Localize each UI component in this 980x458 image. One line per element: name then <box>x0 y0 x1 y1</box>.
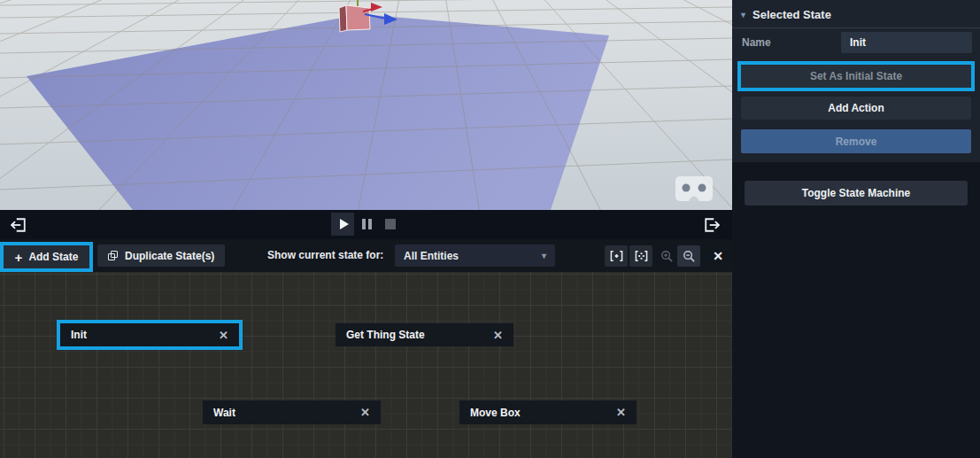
add-state-button[interactable]: + Add State <box>4 245 89 268</box>
selected-state-section-header[interactable]: ▾ Selected State <box>741 8 971 21</box>
name-label: Name <box>742 36 771 49</box>
state-node-label: Move Box <box>470 407 521 419</box>
close-state-machine-button[interactable]: ✕ <box>707 245 729 267</box>
inspector-sidebar: ▾ Selected State Name Set As Initial Sta… <box>732 0 980 458</box>
zoom-out-button[interactable] <box>677 245 700 267</box>
close-icon[interactable]: ✕ <box>493 329 503 342</box>
play-button[interactable] <box>331 213 354 236</box>
zoom-in-button[interactable] <box>656 245 677 267</box>
add-state-highlight: + Add State <box>0 242 93 272</box>
play-icon <box>340 219 349 229</box>
close-icon[interactable]: ✕ <box>616 406 626 419</box>
entities-dropdown[interactable]: All Entities ▾ <box>395 245 555 267</box>
stop-icon <box>385 219 396 229</box>
add-action-label: Add Action <box>828 102 884 114</box>
exit-left-icon[interactable] <box>11 217 27 233</box>
state-node-label: Wait <box>213 407 235 419</box>
set-initial-highlight: Set As Initial State <box>737 61 975 91</box>
copy-icon <box>108 251 118 260</box>
box-front-face <box>346 5 370 30</box>
state-node-label: Get Thing State <box>346 329 425 341</box>
app-window: + Add State Duplicate State(s) Show curr… <box>0 0 980 458</box>
playback-bar <box>0 210 732 239</box>
toggle-state-machine-label: Toggle State Machine <box>802 187 910 199</box>
close-icon[interactable]: ✕ <box>219 329 228 342</box>
add-state-label: Add State <box>28 251 78 263</box>
bracket-diamond-icon <box>610 250 623 262</box>
close-icon: ✕ <box>713 249 723 263</box>
pause-icon <box>362 219 372 229</box>
add-action-button[interactable]: Add Action <box>741 97 971 120</box>
state-node-label: Init <box>71 329 87 341</box>
divider <box>732 27 980 28</box>
state-name-input[interactable] <box>841 32 972 53</box>
entities-dropdown-value: All Entities <box>404 250 459 262</box>
vr-goggles-icon[interactable] <box>675 176 713 201</box>
selected-state-panel: ▾ Selected State Name Set As Initial Sta… <box>732 0 980 162</box>
state-machine-toolbar: + Add State Duplicate State(s) Show curr… <box>0 239 732 272</box>
show-current-state-label: Show current state for: <box>267 249 383 261</box>
stop-button[interactable] <box>379 213 402 236</box>
close-icon[interactable]: ✕ <box>360 406 370 419</box>
set-as-initial-state-button[interactable]: Set As Initial State <box>741 65 971 88</box>
state-node-get-thing-state[interactable]: Get Thing State ✕ <box>336 323 513 346</box>
state-node-selected-highlight: Init ✕ <box>57 320 243 350</box>
transport-controls <box>331 213 403 237</box>
zoom-in-icon <box>660 250 674 263</box>
box-left-face <box>339 5 347 32</box>
frame-all-button[interactable] <box>629 245 652 267</box>
chevron-down-icon: ▾ <box>542 251 546 260</box>
set-as-initial-state-label: Set As Initial State <box>810 70 902 82</box>
duplicate-state-button[interactable]: Duplicate State(s) <box>97 245 225 267</box>
duplicate-state-label: Duplicate State(s) <box>125 250 214 262</box>
section-collapse-icon: ▾ <box>741 10 745 19</box>
zoom-out-icon <box>683 250 696 263</box>
plus-icon: + <box>15 250 23 265</box>
remove-label: Remove <box>836 136 877 148</box>
pause-button[interactable] <box>355 213 378 236</box>
section-title: Selected State <box>752 8 831 21</box>
state-node-init[interactable]: Init ✕ <box>60 323 239 346</box>
exit-right-icon[interactable] <box>704 217 720 233</box>
state-node-move-box[interactable]: Move Box ✕ <box>459 400 637 424</box>
bracket-dots-icon <box>635 250 648 262</box>
frame-selected-button[interactable] <box>605 245 628 267</box>
scene-canvas <box>0 0 732 210</box>
state-machine-canvas[interactable]: Init ✕ Get Thing State ✕ Wait ✕ Move Box… <box>0 272 732 458</box>
remove-button[interactable]: Remove <box>741 129 971 153</box>
toggle-state-machine-button[interactable]: Toggle State Machine <box>745 181 968 206</box>
scene-viewport[interactable] <box>0 0 732 210</box>
state-node-wait[interactable]: Wait ✕ <box>203 400 381 424</box>
